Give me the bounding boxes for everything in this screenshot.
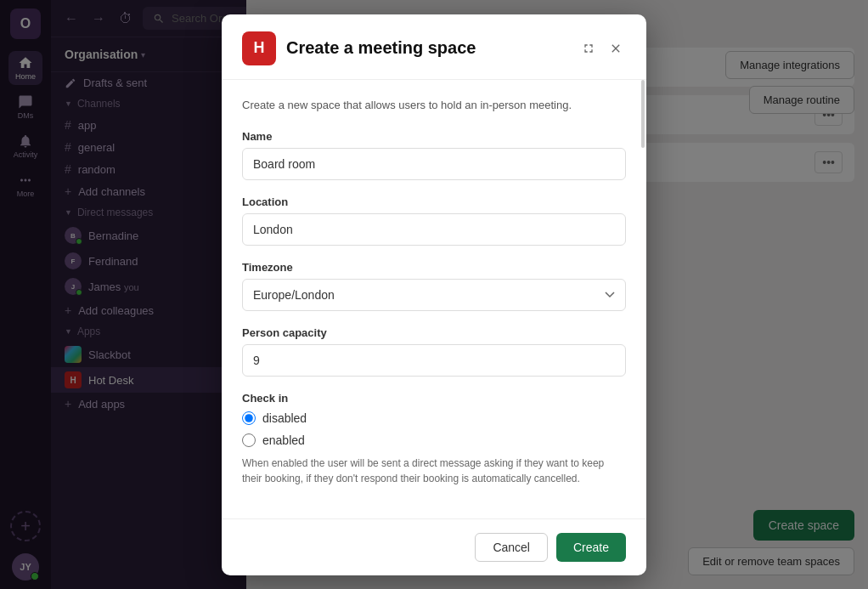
- cancel-button[interactable]: Cancel: [475, 533, 548, 562]
- location-field-group: Location: [242, 195, 626, 246]
- expand-icon: [582, 42, 595, 55]
- modal-overlay[interactable]: H Create a meeting space Create a new sp…: [0, 0, 868, 589]
- checkin-enabled-radio[interactable]: [242, 433, 256, 447]
- checkin-disabled-radio[interactable]: [242, 411, 256, 425]
- timezone-field-group: Timezone Europe/London America/New_York …: [242, 261, 626, 311]
- modal-header-icons: [578, 38, 626, 59]
- modal-body: Create a new space that allows users to …: [222, 80, 646, 518]
- modal-title: Create a meeting space: [286, 38, 568, 58]
- scrollbar-track[interactable]: [640, 80, 645, 518]
- modal-close-button[interactable]: [606, 38, 626, 59]
- scrollbar-thumb: [641, 80, 645, 148]
- location-label: Location: [242, 195, 626, 208]
- checkin-radio-group: disabled enabled: [242, 411, 626, 447]
- modal-header: H Create a meeting space: [222, 14, 646, 80]
- capacity-field-group: Person capacity: [242, 326, 626, 377]
- modal-footer: Cancel Create: [222, 518, 646, 575]
- create-meeting-space-modal: H Create a meeting space Create a new sp…: [222, 14, 646, 575]
- timezone-label: Timezone: [242, 261, 626, 274]
- checkin-description: When enabled the user will be sent a dir…: [242, 456, 626, 486]
- location-input[interactable]: [242, 213, 626, 246]
- checkin-label: Check in: [242, 392, 626, 405]
- create-button[interactable]: Create: [556, 533, 626, 562]
- checkin-field-group: Check in disabled enabled When enabled t…: [242, 392, 626, 486]
- close-icon: [609, 42, 623, 55]
- name-field-group: Name: [242, 130, 626, 180]
- checkin-enabled-label: enabled: [262, 433, 305, 447]
- capacity-input[interactable]: [242, 344, 626, 377]
- name-label: Name: [242, 130, 626, 143]
- modal-logo: H: [242, 31, 276, 65]
- capacity-label: Person capacity: [242, 326, 626, 339]
- checkin-enabled-option[interactable]: enabled: [242, 433, 626, 447]
- timezone-select[interactable]: Europe/London America/New_York America/L…: [242, 279, 626, 311]
- modal-description: Create a new space that allows users to …: [242, 97, 626, 114]
- modal-logo-letter: H: [254, 39, 265, 57]
- checkin-disabled-label: disabled: [262, 411, 307, 425]
- checkin-disabled-option[interactable]: disabled: [242, 411, 626, 425]
- name-input[interactable]: [242, 148, 626, 180]
- modal-expand-button[interactable]: [578, 38, 599, 59]
